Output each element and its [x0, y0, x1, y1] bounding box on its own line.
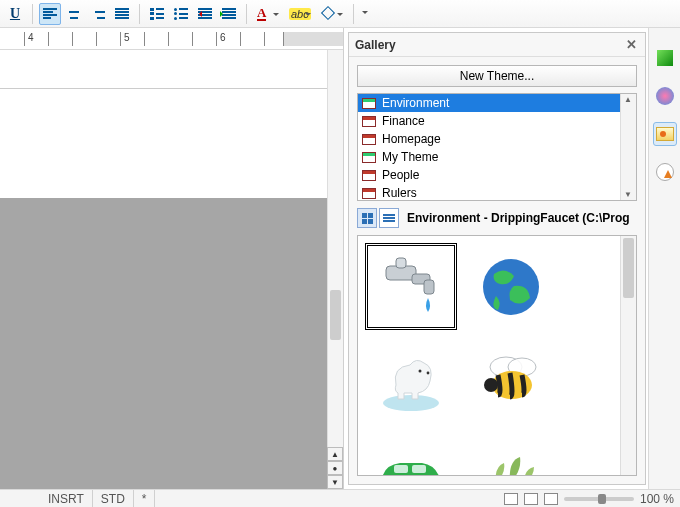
cube-icon	[657, 50, 673, 66]
separator	[139, 4, 140, 24]
underline-button[interactable]: U	[4, 3, 26, 25]
gallery-title: Gallery	[355, 38, 396, 52]
align-center-button[interactable]	[63, 3, 85, 25]
bucket-icon	[321, 7, 335, 21]
theme-folder-icon	[362, 188, 376, 199]
formatting-toolbar: U A abc	[0, 0, 680, 28]
gallery-thumb-dripping-faucet[interactable]	[366, 244, 456, 329]
theme-item-label: My Theme	[382, 150, 438, 164]
list-icon	[383, 214, 395, 222]
horizontal-ruler[interactable]	[0, 28, 343, 50]
theme-list-item[interactable]: Environment	[358, 94, 620, 112]
theme-list-item[interactable]: People	[358, 166, 620, 184]
next-page-button[interactable]: ▼	[327, 475, 343, 489]
scrollbar-thumb[interactable]	[623, 238, 634, 298]
zoom-controls: 100 %	[504, 492, 680, 506]
zoom-slider[interactable]	[564, 497, 634, 501]
toolbar-overflow-button[interactable]	[360, 3, 370, 25]
svg-rect-2	[424, 280, 434, 294]
icon-view-button[interactable]	[357, 208, 377, 228]
sidebar-styles-button[interactable]	[653, 84, 677, 108]
ruler-mark	[216, 32, 217, 46]
sidebar-tabs	[648, 28, 680, 489]
gallery-thumb-green-car[interactable]	[366, 430, 456, 476]
detail-view-button[interactable]	[379, 208, 399, 228]
view-layout-book-icon[interactable]	[544, 493, 558, 505]
increase-indent-icon	[222, 8, 236, 20]
gallery-thumb-polar-bear[interactable]	[366, 337, 456, 422]
theme-item-label: People	[382, 168, 419, 182]
ruler-mark	[24, 32, 25, 46]
ruler-mark	[120, 32, 121, 46]
gallery-path-label: Environment - DrippingFaucet (C:\Prog	[407, 211, 630, 225]
page-body-area[interactable]	[0, 88, 331, 198]
gallery-close-button[interactable]: ✕	[623, 37, 639, 53]
background-color-button[interactable]	[317, 3, 347, 25]
theme-folder-icon	[362, 170, 376, 181]
increase-indent-button[interactable]	[218, 3, 240, 25]
sidebar-properties-button[interactable]	[653, 46, 677, 70]
align-right-button[interactable]	[87, 3, 109, 25]
align-justify-icon	[115, 8, 129, 20]
prev-page-button[interactable]: ▲	[327, 447, 343, 461]
theme-list-item[interactable]: Homepage	[358, 130, 620, 148]
decrease-indent-icon	[198, 8, 212, 20]
document-viewport[interactable]: ▲ ● ▼	[0, 50, 343, 489]
theme-folder-icon	[362, 116, 376, 127]
gallery-header: Gallery ✕	[349, 33, 645, 57]
align-left-button[interactable]	[39, 3, 61, 25]
theme-item-label: Rulers	[382, 186, 417, 200]
align-justify-button[interactable]	[111, 3, 133, 25]
font-color-button[interactable]: A	[253, 3, 283, 25]
ruler-margin-end	[283, 32, 343, 46]
numbered-list-button[interactable]	[146, 3, 168, 25]
theme-folder-icon	[362, 134, 376, 145]
theme-list-item[interactable]: Finance	[358, 112, 620, 130]
view-layout-single-icon[interactable]	[504, 493, 518, 505]
modified-indicator-cell[interactable]: *	[134, 490, 156, 507]
gallery-thumbnail-area	[357, 235, 637, 476]
decrease-indent-button[interactable]	[194, 3, 216, 25]
nav-menu-button[interactable]: ●	[327, 461, 343, 475]
theme-item-label: Environment	[382, 96, 449, 110]
svg-rect-3	[396, 258, 406, 268]
bullet-list-button[interactable]	[170, 3, 192, 25]
theme-list-item[interactable]: Rulers	[358, 184, 620, 200]
status-bar: INSRT STD * 100 %	[0, 489, 680, 507]
new-theme-button[interactable]: New Theme...	[357, 65, 637, 87]
theme-listbox: EnvironmentFinanceHomepageMy ThemePeople…	[357, 93, 637, 201]
svg-rect-13	[412, 465, 426, 473]
compass-icon	[656, 163, 674, 181]
gallery-view-bar: Environment - DrippingFaucet (C:\Prog	[357, 207, 637, 229]
separator	[353, 4, 354, 24]
sidebar-navigator-button[interactable]	[653, 160, 677, 184]
svg-point-7	[427, 371, 430, 374]
theme-folder-icon	[362, 152, 376, 163]
selection-mode-cell[interactable]: STD	[93, 490, 134, 507]
new-theme-label: New Theme...	[460, 69, 534, 83]
view-layout-multi-icon[interactable]	[524, 493, 538, 505]
gallery-panel: Gallery ✕ New Theme... EnvironmentFinanc…	[348, 32, 646, 485]
theme-list-scrollbar[interactable]	[620, 94, 636, 200]
numbered-list-icon	[150, 8, 164, 20]
insert-mode-cell[interactable]: INSRT	[40, 490, 93, 507]
align-left-icon	[43, 8, 57, 20]
svg-point-11	[484, 378, 498, 392]
grid-icon	[362, 213, 373, 224]
gallery-thumb-bee[interactable]	[466, 337, 556, 422]
font-color-icon: A	[257, 7, 266, 21]
gallery-thumb-plant-sprout[interactable]	[466, 430, 556, 476]
theme-folder-icon	[362, 98, 376, 109]
align-center-icon	[67, 8, 81, 20]
gallery-thumb-earth-globe[interactable]	[466, 244, 556, 329]
theme-item-label: Homepage	[382, 132, 441, 146]
highlight-button[interactable]: abc	[285, 3, 315, 25]
thumbnail-scrollbar[interactable]	[620, 236, 636, 475]
sidebar-gallery-button[interactable]	[653, 122, 677, 146]
svg-point-4	[483, 259, 539, 315]
separator	[246, 4, 247, 24]
vertical-scrollbar[interactable]: ▲ ● ▼	[327, 50, 343, 489]
zoom-percent-label[interactable]: 100 %	[640, 492, 674, 506]
theme-list-item[interactable]: My Theme	[358, 148, 620, 166]
scrollbar-thumb[interactable]	[330, 290, 341, 340]
